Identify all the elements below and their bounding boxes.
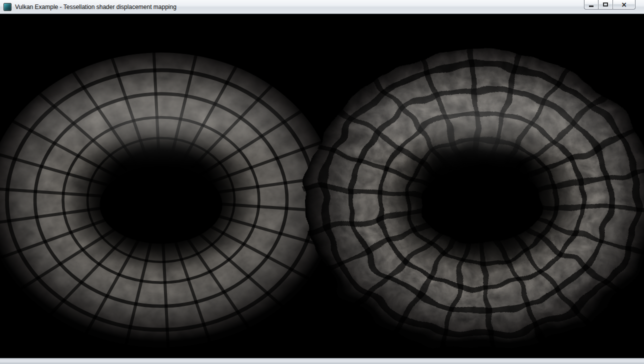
minimize-icon [589,6,594,7]
window-title: Vulkan Example - Tessellation shader dis… [15,4,176,10]
render-viewport[interactable] [0,14,644,358]
app-window: Vulkan Example - Tessellation shader dis… [0,0,644,364]
maximize-button[interactable] [598,0,613,10]
minimize-button[interactable] [584,0,598,10]
stone-torus-displacement-mapped [304,49,644,352]
window-controls: × [584,0,636,10]
close-icon: × [621,0,627,10]
titlebar[interactable]: Vulkan Example - Tessellation shader dis… [0,0,644,14]
maximize-icon [603,2,608,6]
close-button[interactable]: × [613,0,636,10]
vulkan-app-icon[interactable] [4,3,12,11]
tessellation-scene[interactable] [0,14,644,358]
window-bottom-border [0,358,644,364]
stone-torus-flat [0,51,337,348]
